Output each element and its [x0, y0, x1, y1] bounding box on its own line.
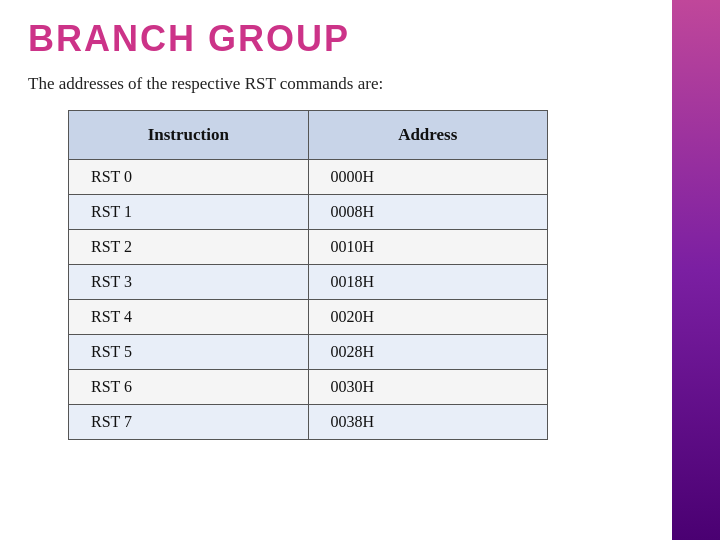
rst-commands-table: Instruction Address RST 00000HRST 10008H… [68, 110, 548, 440]
subtitle-text: The addresses of the respective RST comm… [28, 74, 644, 94]
cell-address: 0020H [308, 300, 548, 335]
col-header-instruction: Instruction [69, 111, 309, 160]
table-row: RST 30018H [69, 265, 548, 300]
col-header-address: Address [308, 111, 548, 160]
cell-instruction: RST 6 [69, 370, 309, 405]
cell-instruction: RST 7 [69, 405, 309, 440]
cell-address: 0000H [308, 160, 548, 195]
table-row: RST 60030H [69, 370, 548, 405]
main-content: BRANCH GROUP The addresses of the respec… [0, 0, 672, 460]
table-row: RST 50028H [69, 335, 548, 370]
table-row: RST 20010H [69, 230, 548, 265]
table-wrapper: Instruction Address RST 00000HRST 10008H… [28, 110, 644, 440]
cell-instruction: RST 5 [69, 335, 309, 370]
cell-instruction: RST 4 [69, 300, 309, 335]
cell-address: 0008H [308, 195, 548, 230]
cell-address: 0028H [308, 335, 548, 370]
page-title: BRANCH GROUP [28, 18, 644, 60]
table-row: RST 10008H [69, 195, 548, 230]
table-row: RST 40020H [69, 300, 548, 335]
cell-instruction: RST 3 [69, 265, 309, 300]
table-row: RST 00000H [69, 160, 548, 195]
cell-instruction: RST 2 [69, 230, 309, 265]
table-row: RST 70038H [69, 405, 548, 440]
cell-address: 0010H [308, 230, 548, 265]
sidebar-decoration [672, 0, 720, 540]
table-header-row: Instruction Address [69, 111, 548, 160]
cell-instruction: RST 0 [69, 160, 309, 195]
cell-address: 0038H [308, 405, 548, 440]
cell-address: 0030H [308, 370, 548, 405]
cell-instruction: RST 1 [69, 195, 309, 230]
cell-address: 0018H [308, 265, 548, 300]
